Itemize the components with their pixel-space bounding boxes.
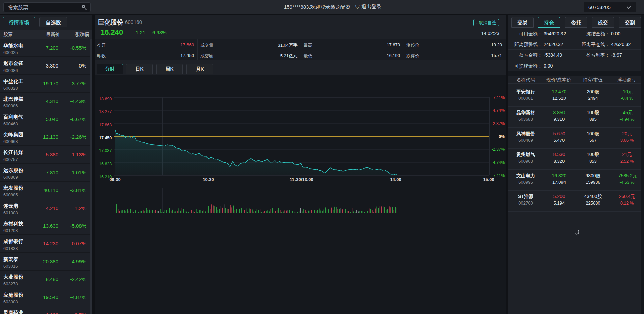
- svg-text:14:00: 14:00: [390, 177, 401, 182]
- svg-text:10:30: 10:30: [203, 177, 214, 182]
- svg-text:0%: 0%: [499, 134, 505, 139]
- svg-text:-4.74%: -4.74%: [491, 160, 505, 165]
- svg-text:7.11%: 7.11%: [493, 95, 505, 100]
- svg-text:4.74%: 4.74%: [493, 108, 505, 113]
- svg-text:17.037: 17.037: [99, 148, 112, 153]
- svg-text:15:00: 15:00: [483, 177, 494, 182]
- svg-text:-2.37%: -2.37%: [491, 147, 505, 152]
- svg-text:18.277: 18.277: [99, 109, 112, 114]
- svg-text:17.863: 17.863: [99, 123, 112, 127]
- svg-text:2.37%: 2.37%: [493, 121, 505, 126]
- svg-text:11:30/13:00: 11:30/13:00: [290, 177, 313, 182]
- svg-text:09:30: 09:30: [109, 177, 120, 182]
- svg-text:16.623: 16.623: [99, 162, 112, 166]
- svg-text:17.450: 17.450: [99, 136, 112, 140]
- svg-text:18.690: 18.690: [99, 97, 112, 101]
